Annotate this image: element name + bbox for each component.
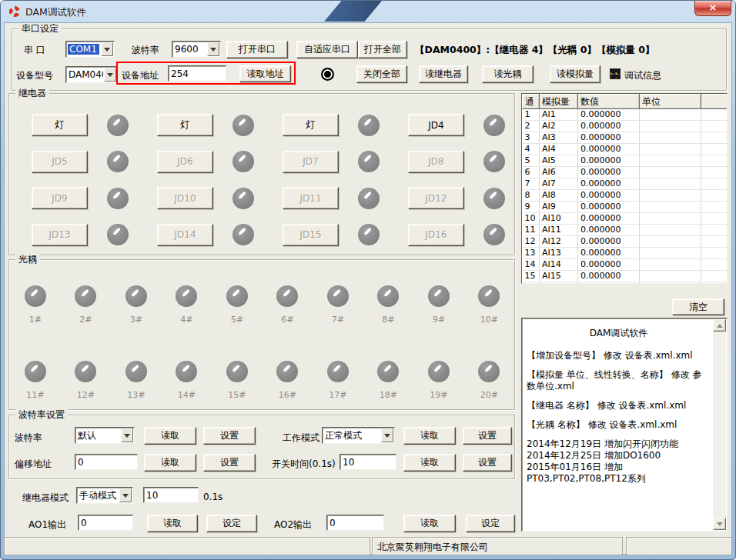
combo-arrow-icon[interactable] <box>207 42 219 56</box>
combo-arrow-icon[interactable] <box>381 428 393 442</box>
ao2-read-button[interactable]: 读取 <box>403 515 456 532</box>
relay-button[interactable]: JD11 <box>283 187 339 209</box>
relay-cell: JD13 <box>8 217 134 254</box>
offset-set-button[interactable]: 设置 <box>203 454 256 472</box>
work-mode-select[interactable]: 正常模式 <box>322 427 395 444</box>
analog-table-row[interactable]: 2 AI2 0.000000 <box>523 121 728 132</box>
log-panel[interactable]: DAM调试软件 【增加设备型号】 修改 设备表.xml.xml【模拟量 单位、线… <box>521 318 728 532</box>
work-mode-set-button[interactable]: 设置 <box>463 427 512 445</box>
ao2-apply-button[interactable]: 设定 <box>466 515 515 532</box>
ao1-input[interactable] <box>78 515 133 531</box>
offset-read-button[interactable]: 读取 <box>144 454 196 472</box>
analog-table-row[interactable]: 4 AI4 0.000000 <box>523 144 728 155</box>
relay-button[interactable]: 灯 <box>283 114 339 136</box>
relay-status-led-icon <box>483 115 505 136</box>
open-serial-button[interactable]: 打开串口 <box>226 41 288 58</box>
col-header-analog[interactable]: 模拟量 <box>540 95 578 109</box>
analog-table-row[interactable]: 14 AI14 0.000000 <box>523 259 728 271</box>
opto-cell: 7# <box>327 276 349 352</box>
offset-address-input[interactable] <box>75 454 138 470</box>
baud-read-button[interactable]: 读取 <box>144 427 196 445</box>
analog-table-row[interactable]: 3 AI3 0.000000 <box>523 132 728 144</box>
relay-button[interactable]: JD14 <box>157 224 213 246</box>
close-all-button[interactable]: 关闭全部 <box>356 65 407 83</box>
ao2-input[interactable] <box>326 515 384 531</box>
cell-value: 0.000000 <box>578 271 640 282</box>
relay-button[interactable]: JD5 <box>32 151 88 173</box>
combo-arrow-icon[interactable] <box>104 68 116 82</box>
relay-button[interactable]: JD9 <box>32 187 88 209</box>
relay-button[interactable]: JD15 <box>283 224 339 246</box>
analog-table[interactable]: 通 模拟量 数值 单位 1 AI1 0.000000 <box>521 93 728 284</box>
combo-arrow-icon[interactable] <box>121 428 133 442</box>
read-relay-button[interactable]: 读继电器 <box>419 65 468 83</box>
switch-time-set-button[interactable]: 设置 <box>463 454 512 472</box>
analog-table-row[interactable]: 7 AI7 0.000000 <box>523 178 728 190</box>
read-opto-button[interactable]: 读光耦 <box>482 65 534 83</box>
combo-arrow-icon[interactable] <box>101 42 113 56</box>
log-scrollbar[interactable] <box>713 319 726 530</box>
switch-time-read-button[interactable]: 读取 <box>403 454 456 472</box>
relay-button[interactable]: JD12 <box>408 187 464 209</box>
relay-button[interactable]: 灯 <box>32 114 88 136</box>
col-header-value[interactable]: 数值 <box>578 95 640 109</box>
analog-table-row[interactable]: 11 AI11 0.000000 <box>523 225 728 236</box>
analog-table-row[interactable]: 10 AI10 0.000000 <box>523 213 728 225</box>
analog-table-row[interactable]: 1 AI1 0.000000 <box>523 109 728 121</box>
analog-table-row[interactable]: 9 AI9 0.000000 <box>523 202 728 213</box>
serial-port-select[interactable]: COM1 <box>65 41 115 58</box>
ao1-apply-button[interactable]: 设定 <box>206 515 257 532</box>
log-changelog-line: 2014年12月19日 增加闪开闪闭功能 <box>527 438 711 450</box>
analog-table-row[interactable]: 16 AI16 0.000000 <box>523 282 728 285</box>
baud-set-select[interactable]: 默认 <box>75 427 135 444</box>
log-entry: 【增加设备型号】 修改 设备表.xml.xml <box>527 350 711 362</box>
relay-status-led-icon <box>358 188 380 209</box>
open-all-button[interactable]: 打开全部 <box>358 41 407 58</box>
relay-time-input[interactable] <box>143 487 199 503</box>
relay-button[interactable]: JD6 <box>157 151 213 173</box>
analog-table-row[interactable]: 5 AI5 0.000000 <box>523 155 728 167</box>
ao1-read-button[interactable]: 读取 <box>147 515 198 532</box>
cell-value: 0.000000 <box>578 167 640 178</box>
relay-button[interactable]: JD13 <box>32 224 88 246</box>
titlebar[interactable]: DAM调试软件 × <box>1 1 735 22</box>
col-header-unit[interactable]: 单位 <box>640 95 701 109</box>
opto-cell: 3# <box>125 276 147 352</box>
relay-button[interactable]: JD8 <box>408 151 464 173</box>
scroll-down-icon[interactable] <box>713 518 726 530</box>
relay-button[interactable]: JD10 <box>157 187 213 209</box>
relay-button[interactable]: JD16 <box>408 224 464 246</box>
analog-table-row[interactable]: 6 AI6 0.000000 <box>523 167 728 178</box>
cell-channel: 13 <box>523 248 540 259</box>
read-analog-button[interactable]: 读模拟量 <box>550 65 601 83</box>
cell-name: AI11 <box>540 225 578 236</box>
device-address-input[interactable] <box>168 65 226 82</box>
clear-log-button[interactable]: 清空 <box>672 298 724 315</box>
combo-arrow-icon[interactable] <box>119 488 132 502</box>
device-model-select[interactable]: DAM0400 <box>65 66 118 83</box>
relay-mode-select[interactable]: 手动模式 <box>76 487 133 504</box>
analog-table-row[interactable]: 13 AI13 0.000000 <box>523 248 728 259</box>
opto-status-led-icon <box>75 361 96 382</box>
col-header-channel[interactable]: 通 <box>523 95 540 109</box>
cell-channel: 15 <box>523 271 540 282</box>
ao2-label: AO2输出 <box>274 518 312 532</box>
analog-table-row[interactable]: 15 AI15 0.000000 <box>523 271 728 282</box>
scroll-up-icon[interactable] <box>713 319 726 332</box>
close-button[interactable]: × <box>694 1 731 16</box>
relay-button[interactable]: JD7 <box>283 151 339 173</box>
switch-time-input[interactable] <box>340 454 396 470</box>
relay-button[interactable]: 灯 <box>157 114 213 136</box>
adaptive-serial-button[interactable]: 自适应串口 <box>296 41 358 58</box>
opto-status-led-icon <box>75 285 96 307</box>
baud-select[interactable]: 9600 <box>172 41 221 58</box>
read-address-button[interactable]: 读取地址 <box>239 65 291 82</box>
analog-table-row[interactable]: 12 AI12 0.000000 <box>523 236 728 248</box>
baud-set-button[interactable]: 设置 <box>203 427 256 445</box>
relay-button[interactable]: JD4 <box>408 114 464 136</box>
debug-info-label[interactable]: 调试信息 <box>624 69 661 82</box>
work-mode-read-button[interactable]: 读取 <box>403 427 456 445</box>
cell-channel: 10 <box>523 213 540 225</box>
analog-table-row[interactable]: 8 AI8 0.000000 <box>523 190 728 202</box>
device-summary: 【DAM0400】:【继电器 4】【光耦 0】【模拟量 0】 <box>415 44 654 57</box>
